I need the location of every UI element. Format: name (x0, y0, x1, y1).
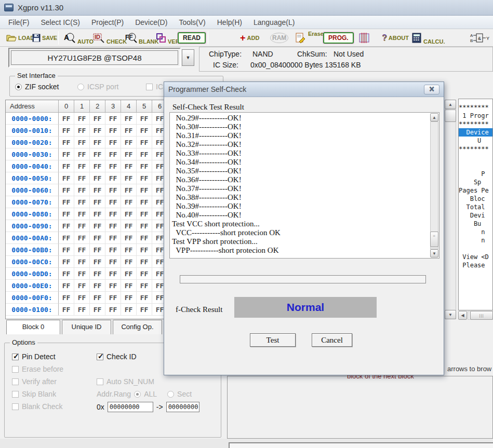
save-button[interactable]: SAVE (32, 29, 57, 47)
hex-vscrollbar[interactable] (445, 100, 456, 319)
list-vscrollbar[interactable] (430, 121, 438, 249)
verify-after-checkbox[interactable]: Verify after (12, 377, 57, 386)
scroll-left-button[interactable]: ◀ (458, 311, 467, 320)
hex-value-cell[interactable]: FF (137, 196, 152, 208)
hex-value-cell[interactable]: FF (105, 268, 121, 280)
hex-value-cell[interactable]: FF (59, 292, 74, 304)
calcu-button[interactable]: CALCU. (411, 29, 445, 47)
hex-value-cell[interactable]: FF (121, 172, 137, 184)
hex-value-cell[interactable]: FF (59, 304, 74, 316)
hex-value-cell[interactable]: FF (74, 113, 90, 125)
hex-value-cell[interactable]: FF (137, 292, 152, 304)
dialog-title-bar[interactable]: Programmer Self-Check ❌︎ (164, 82, 444, 97)
hex-value-cell[interactable]: FF (59, 268, 74, 280)
erase-button[interactable]: Erase (295, 29, 324, 47)
hex-value-cell[interactable]: FF (59, 208, 74, 220)
check-button[interactable]: ID CHECK (92, 29, 127, 47)
hex-value-cell[interactable]: FF (74, 196, 90, 208)
icsp-port-radio[interactable]: ICSP port (77, 83, 118, 91)
menu-item-toolsv[interactable]: Tools(V) (174, 17, 210, 28)
menu-item-selectics[interactable]: Select IC(S) (35, 17, 85, 28)
auto-sn-checkbox[interactable]: Auto SN_NUM (97, 377, 154, 386)
hex-value-cell[interactable]: FF (59, 196, 74, 208)
scroll-up-button[interactable]: ▲ (445, 100, 456, 109)
hex-value-cell[interactable]: FF (74, 244, 90, 256)
vscroll-thumb[interactable] (445, 110, 456, 122)
hex-value-cell[interactable]: FF (121, 232, 137, 244)
skip-blank-checkbox[interactable]: Skip Blank (12, 390, 56, 398)
hex-value-cell[interactable]: FF (105, 220, 121, 232)
hex-value-cell[interactable]: FF (59, 160, 74, 172)
auto-button[interactable]: A AUTO (63, 29, 94, 47)
ram-button[interactable]: RAM (270, 29, 288, 47)
tab-block-0[interactable]: Block 0 (6, 320, 60, 334)
prog-button[interactable]: PROG. (323, 29, 354, 47)
hex-value-cell[interactable]: FF (74, 292, 90, 304)
hex-value-cell[interactable]: FF (59, 256, 74, 268)
hex-value-cell[interactable]: FF (74, 280, 90, 292)
hex-value-cell[interactable]: FF (74, 160, 90, 172)
hex-value-cell[interactable]: FF (90, 280, 105, 292)
hex-value-cell[interactable]: FF (90, 268, 105, 280)
hex-value-cell[interactable]: FF (137, 148, 152, 160)
menu-item-languagel[interactable]: Language(L) (248, 17, 300, 28)
list-scroll-thumb[interactable]: = (430, 232, 438, 247)
test-button[interactable]: Test (250, 333, 296, 347)
hex-value-cell[interactable]: FF (74, 125, 90, 137)
hex-value-cell[interactable]: FF (105, 160, 121, 172)
blank-check-checkbox[interactable]: Blank Check (12, 402, 63, 411)
hex-value-cell[interactable]: FF (59, 172, 74, 184)
hex-value-cell[interactable]: FF (121, 280, 137, 292)
hex-value-cell[interactable]: FF (121, 244, 137, 256)
hex-value-cell[interactable]: FF (74, 184, 90, 196)
hex-value-cell[interactable]: FF (105, 280, 121, 292)
hex-value-cell[interactable]: FF (137, 184, 152, 196)
hex-value-cell[interactable]: FF (59, 137, 74, 148)
hex-value-cell[interactable]: FF (74, 232, 90, 244)
hex-value-cell[interactable]: FF (105, 113, 121, 125)
logic-tool-button[interactable]: AB&Y (470, 29, 491, 47)
hex-value-cell[interactable]: FF (137, 160, 152, 172)
hex-value-cell[interactable]: FF (105, 304, 121, 316)
hex-value-cell[interactable]: FF (137, 244, 152, 256)
addr-from-input[interactable]: 00000000 (108, 402, 153, 412)
hex-value-cell[interactable]: FF (90, 292, 105, 304)
menu-item-filef[interactable]: File(F) (3, 17, 34, 28)
chip-test-button[interactable] (357, 29, 371, 47)
hex-value-cell[interactable]: FF (121, 208, 137, 220)
read-button[interactable]: READ (178, 29, 206, 47)
menu-item-projectp[interactable]: Project(P) (86, 17, 129, 28)
erase-before-checkbox[interactable]: Erase before (12, 365, 63, 373)
hex-value-cell[interactable]: FF (74, 304, 90, 316)
hex-value-cell[interactable]: FF (59, 148, 74, 160)
hex-value-cell[interactable]: FF (137, 232, 152, 244)
hex-value-cell[interactable]: FF (59, 244, 74, 256)
menu-item-deviced[interactable]: Device(D) (130, 17, 172, 28)
pin-detect-checkbox[interactable]: Pin Detect (12, 352, 56, 361)
chip-dropdown-button[interactable]: ▼ (182, 49, 194, 66)
hex-value-cell[interactable]: FF (90, 304, 105, 316)
hex-value-cell[interactable]: FF (105, 148, 121, 160)
scroll-down-button[interactable]: ▼ (445, 310, 456, 319)
blank-button[interactable]: FF BLANK (125, 29, 159, 47)
hex-value-cell[interactable]: FF (137, 137, 152, 148)
hex-value-cell[interactable]: FF (121, 160, 137, 172)
hex-value-cell[interactable]: FF (121, 184, 137, 196)
hex-value-cell[interactable]: FF (137, 304, 152, 316)
hex-value-cell[interactable]: FF (121, 148, 137, 160)
about-button[interactable]: ? ABOUT (382, 29, 409, 47)
hex-value-cell[interactable]: FF (59, 184, 74, 196)
hex-value-cell[interactable]: FF (137, 113, 152, 125)
hex-value-cell[interactable]: FF (74, 220, 90, 232)
hex-value-cell[interactable]: FF (121, 137, 137, 148)
list-scroll-up-button[interactable]: ▲ (430, 113, 438, 121)
hex-value-cell[interactable]: FF (59, 220, 74, 232)
hex-value-cell[interactable]: FF (105, 292, 121, 304)
hex-value-cell[interactable]: FF (59, 113, 74, 125)
add-button[interactable]: + ADD (240, 29, 259, 47)
hex-value-cell[interactable]: FF (105, 196, 121, 208)
hex-value-cell[interactable]: FF (121, 256, 137, 268)
check-id-checkbox[interactable]: Check ID (97, 352, 137, 361)
hex-value-cell[interactable]: FF (74, 256, 90, 268)
hex-value-cell[interactable]: FF (74, 172, 90, 184)
